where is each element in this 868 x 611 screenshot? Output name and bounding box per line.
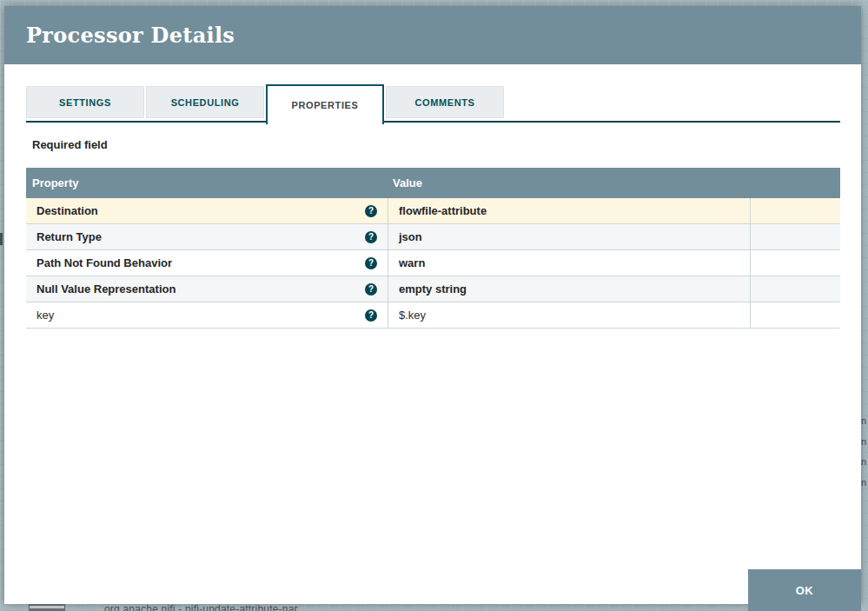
- table-row[interactable]: Path Not Found Behavior ? warn: [26, 250, 840, 276]
- table-row[interactable]: Destination ? flowfile-attribute: [26, 198, 840, 224]
- help-icon[interactable]: ?: [365, 283, 377, 296]
- dialog-header: Processor Details: [4, 6, 861, 64]
- tab-comments[interactable]: COMMENTS: [386, 86, 504, 118]
- property-name: Path Not Found Behavior: [36, 256, 172, 269]
- background-processor-subtitle: org.apache.nifi - nifi-update-attribute-…: [104, 603, 298, 611]
- required-field-label: Required field: [32, 138, 108, 151]
- help-icon[interactable]: ?: [365, 205, 377, 217]
- property-value: flowfile-attribute: [388, 198, 751, 223]
- tab-scheduling[interactable]: SCHEDULING: [146, 86, 264, 118]
- background-text-fragment: n: [861, 415, 866, 426]
- help-icon[interactable]: ?: [365, 309, 377, 322]
- property-name: Return Type: [36, 230, 102, 243]
- row-extra-cell: [751, 224, 840, 249]
- property-value: json: [388, 224, 751, 249]
- row-extra-cell: [751, 302, 840, 328]
- property-value: $.key: [388, 302, 751, 328]
- tab-properties[interactable]: PROPERTIES: [266, 84, 384, 124]
- tab-bar: SETTINGS SCHEDULING PROPERTIES COMMENTS: [26, 86, 506, 131]
- row-extra-cell: [751, 198, 840, 223]
- background-edge-tick: [0, 233, 3, 245]
- property-name: key: [36, 309, 54, 322]
- property-name: Destination: [36, 204, 98, 217]
- table-row[interactable]: key ? $.key: [26, 302, 840, 329]
- row-extra-cell: [751, 250, 840, 276]
- table-row[interactable]: Return Type ? json: [26, 224, 840, 250]
- properties-table: Property Value Destination ? flowfile-at…: [26, 168, 840, 329]
- page-title: Processor Details: [26, 23, 235, 48]
- help-icon[interactable]: ?: [365, 231, 377, 243]
- table-row[interactable]: Null Value Representation ? empty string: [26, 276, 840, 302]
- background-text-fragment: n: [861, 456, 866, 467]
- column-header-value: Value: [388, 176, 422, 189]
- property-name: Null Value Representation: [36, 282, 176, 296]
- background-text-fragment: n: [861, 477, 866, 488]
- tab-underline: [26, 121, 840, 123]
- column-header-property: Property: [26, 176, 388, 189]
- table-header-row: Property Value: [26, 168, 840, 198]
- property-value: empty string: [388, 276, 751, 302]
- ok-button[interactable]: OK: [748, 569, 861, 611]
- help-icon[interactable]: ?: [365, 257, 377, 269]
- tab-settings[interactable]: SETTINGS: [26, 86, 144, 118]
- processor-details-dialog: Processor Details SETTINGS SCHEDULING PR…: [4, 6, 861, 604]
- background-text-fragment: n: [861, 436, 866, 447]
- row-extra-cell: [751, 276, 840, 302]
- property-value: warn: [388, 250, 751, 276]
